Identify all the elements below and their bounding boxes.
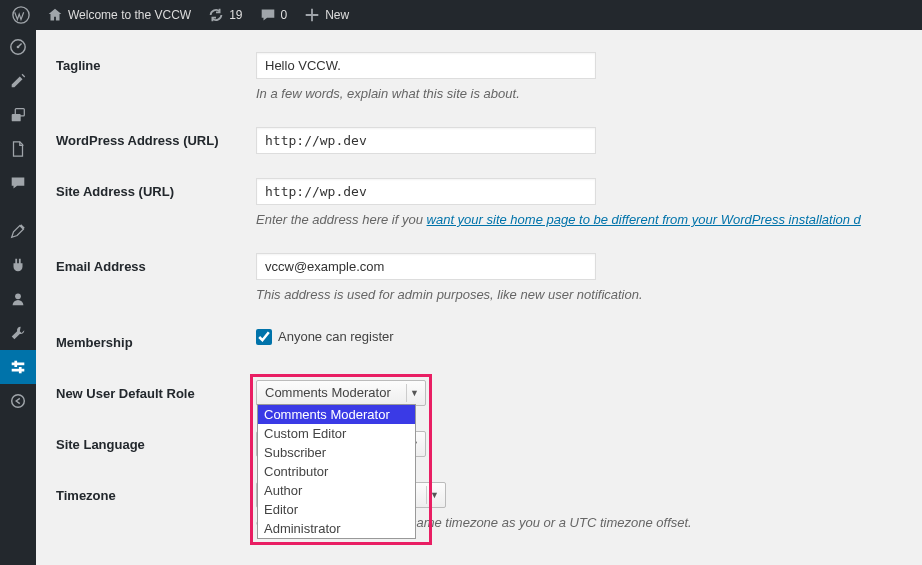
svg-rect-8: [14, 361, 17, 367]
site-address-label: Site Address (URL): [56, 166, 256, 241]
menu-media[interactable]: [0, 98, 36, 132]
default-role-label: New User Default Role: [56, 368, 256, 419]
role-option[interactable]: Comments Moderator: [258, 405, 415, 424]
tagline-label: Tagline: [56, 40, 256, 115]
settings-general-main: Tagline In a few words, explain what thi…: [36, 30, 922, 565]
comments-link[interactable]: 0: [251, 0, 296, 30]
site-name-text: Welcome to the VCCW: [68, 8, 191, 22]
menu-tools[interactable]: [0, 316, 36, 350]
svg-rect-7: [12, 369, 25, 372]
tagline-input[interactable]: [256, 52, 596, 79]
role-option[interactable]: Custom Editor: [258, 424, 415, 443]
settings-form-table: Tagline In a few words, explain what thi…: [56, 40, 902, 544]
menu-comments[interactable]: [0, 166, 36, 200]
menu-collapse[interactable]: [0, 384, 36, 418]
svg-point-10: [12, 395, 25, 408]
membership-checkbox-text: Anyone can register: [278, 329, 394, 344]
admin-sidebar: [0, 30, 36, 565]
default-role-select[interactable]: Comments Moderator ▼: [256, 380, 426, 406]
wp-address-input[interactable]: [256, 127, 596, 154]
wp-address-label: WordPress Address (URL): [56, 115, 256, 166]
site-address-desc: Enter the address here if you want your …: [256, 211, 902, 229]
comments-count: 0: [281, 8, 288, 22]
menu-posts[interactable]: [0, 64, 36, 98]
refresh-icon: [207, 6, 225, 24]
svg-rect-9: [19, 367, 22, 373]
menu-users[interactable]: [0, 282, 36, 316]
home-icon: [46, 6, 64, 24]
timezone-label: Timezone: [56, 470, 256, 544]
site-address-help-link[interactable]: want your site home page to be different…: [427, 212, 861, 227]
site-language-label: Site Language: [56, 419, 256, 470]
role-option[interactable]: Author: [258, 481, 415, 500]
admin-bar: Welcome to the VCCW 19 0 New: [0, 0, 922, 30]
role-option[interactable]: Administrator: [258, 519, 415, 538]
membership-label: Membership: [56, 317, 256, 368]
email-input[interactable]: [256, 253, 596, 280]
svg-rect-6: [12, 363, 25, 366]
membership-checkbox[interactable]: [256, 329, 272, 345]
membership-checkbox-label[interactable]: Anyone can register: [256, 329, 394, 345]
menu-settings[interactable]: [0, 350, 36, 384]
email-label: Email Address: [56, 241, 256, 316]
role-option[interactable]: Contributor: [258, 462, 415, 481]
site-name-link[interactable]: Welcome to the VCCW: [38, 0, 199, 30]
default-role-selected: Comments Moderator: [265, 385, 391, 400]
menu-appearance[interactable]: [0, 214, 36, 248]
tagline-desc: In a few words, explain what this site i…: [256, 85, 902, 103]
wp-logo-menu[interactable]: [4, 0, 38, 30]
svg-rect-4: [12, 114, 21, 121]
chevron-down-icon: ▼: [426, 486, 442, 504]
svg-point-5: [15, 293, 21, 299]
new-content-link[interactable]: New: [295, 0, 357, 30]
menu-plugins[interactable]: [0, 248, 36, 282]
svg-point-2: [17, 46, 20, 49]
new-label: New: [325, 8, 349, 22]
plus-icon: [303, 6, 321, 24]
chevron-down-icon: ▼: [406, 384, 422, 402]
email-desc: This address is used for admin purposes,…: [256, 286, 902, 304]
wordpress-icon: [12, 6, 30, 24]
menu-dashboard[interactable]: [0, 30, 36, 64]
updates-count: 19: [229, 8, 242, 22]
updates-link[interactable]: 19: [199, 0, 250, 30]
role-option[interactable]: Subscriber: [258, 443, 415, 462]
default-role-dropdown[interactable]: Comments ModeratorCustom EditorSubscribe…: [257, 404, 416, 539]
site-address-input[interactable]: [256, 178, 596, 205]
menu-pages[interactable]: [0, 132, 36, 166]
comment-icon: [259, 6, 277, 24]
role-option[interactable]: Editor: [258, 500, 415, 519]
